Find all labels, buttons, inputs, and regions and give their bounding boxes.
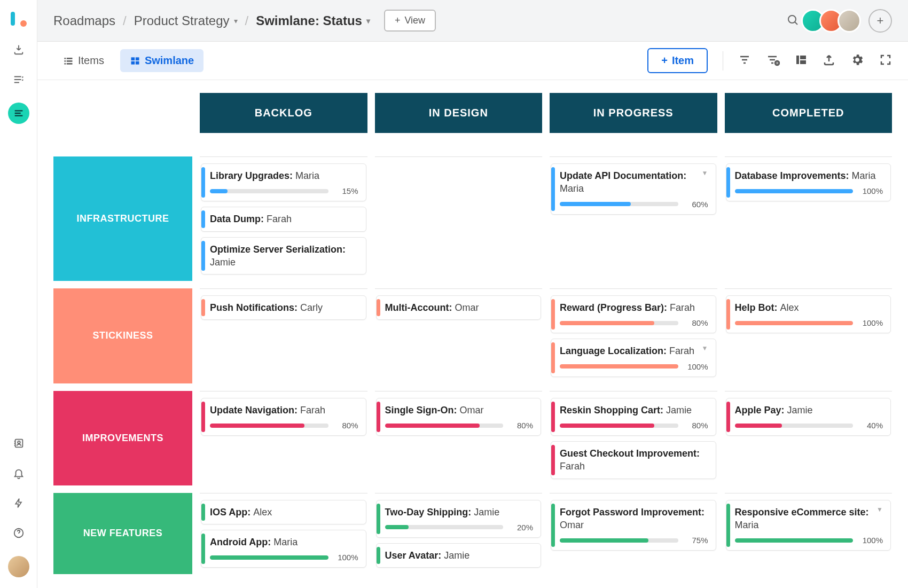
lane-cell[interactable]: Push Notifications: Carly [200, 288, 367, 383]
breadcrumb-view[interactable]: Swimlane: Status ▾ [256, 13, 370, 28]
card-stripe [377, 547, 380, 564]
card-menu-icon[interactable]: ▼ [702, 344, 708, 352]
lane-label[interactable]: IMPROVEMENTS [53, 391, 192, 485]
progress-bar: 60% [560, 200, 708, 209]
card-title: Language Localization: Farah [560, 344, 694, 357]
settings-icon[interactable] [850, 53, 864, 69]
tab-swimlane[interactable]: Swimlane [120, 49, 203, 72]
lane-cell[interactable] [375, 156, 543, 281]
card-title: Help Bot: Alex [735, 301, 799, 314]
lane-cell[interactable]: Multi-Account: Omar [375, 288, 543, 383]
svg-rect-12 [131, 61, 135, 64]
card[interactable]: Data Dump: Farah [201, 207, 366, 231]
avatar[interactable] [837, 9, 861, 33]
column-header: BACKLOG [200, 93, 367, 133]
bolt-icon[interactable] [12, 496, 26, 510]
svg-rect-7 [67, 58, 73, 59]
collaborator-avatars[interactable] [807, 9, 861, 33]
swimlane-nav-icon[interactable] [8, 103, 29, 124]
link-filter-icon[interactable] [766, 53, 780, 68]
contacts-icon[interactable] [12, 436, 26, 450]
lane-cell[interactable]: Update Navigation: Farah80% [200, 391, 367, 485]
card[interactable]: Push Notifications: Carly [201, 295, 366, 320]
swimlane-row: IMPROVEMENTSUpdate Navigation: Farah80%S… [53, 391, 892, 485]
add-item-button[interactable]: + Item [647, 48, 708, 73]
progress-percent: 80% [510, 421, 533, 430]
card[interactable]: Forgot Password Improvement: Omar75% [551, 500, 716, 551]
card[interactable]: Responsive eCommerce site: Maria▼100% [726, 500, 891, 551]
swimlane-row: NEW FEATURESIOS App: AlexAndroid App: Ma… [53, 493, 892, 575]
card[interactable]: Database Improvements: Maria100% [726, 163, 891, 201]
lane-cell[interactable]: Help Bot: Alex100% [725, 288, 893, 383]
svg-rect-13 [136, 61, 139, 64]
card[interactable]: IOS App: Alex [201, 500, 366, 524]
card-title: Apple Pay: Jamie [735, 404, 813, 417]
card[interactable]: Optimize Server Serialization: Jamie [201, 237, 366, 275]
fullscreen-icon[interactable] [879, 53, 892, 68]
card[interactable]: Update Navigation: Farah80% [201, 398, 366, 436]
card-stripe [551, 445, 555, 475]
columns-icon[interactable] [795, 53, 808, 68]
add-view-button[interactable]: + View [384, 10, 436, 32]
lane-cell[interactable]: Database Improvements: Maria100% [725, 156, 893, 281]
card-menu-icon[interactable]: ▼ [702, 169, 708, 177]
card[interactable]: Library Upgrades: Maria15% [201, 163, 366, 201]
import-icon[interactable] [12, 43, 26, 57]
lane-cell[interactable]: Reward (Progress Bar): Farah80%Language … [550, 288, 717, 383]
lane-cell[interactable]: Two-Day Shipping: Jamie20%User Avatar: J… [375, 493, 543, 575]
card[interactable]: User Avatar: Jamie [376, 543, 542, 568]
progress-bar: 100% [735, 186, 883, 195]
column-header: IN PROGRESS [550, 93, 717, 133]
swimlane-board: BACKLOG IN DESIGN IN PROGRESS COMPLETED … [37, 80, 908, 588]
card-title: Single Sign-On: Omar [385, 404, 484, 417]
lane-cell[interactable]: Library Upgrades: Maria15%Data Dump: Far… [200, 156, 367, 281]
lane-cell[interactable]: Apple Pay: Jamie40% [725, 391, 893, 485]
breadcrumb-root[interactable]: Roadmaps [53, 13, 115, 28]
column-header: COMPLETED [725, 93, 893, 133]
progress-percent: 100% [685, 362, 708, 371]
svg-rect-6 [65, 63, 66, 65]
card[interactable]: Reskin Shopping Cart: Jamie80% [551, 398, 716, 436]
lane-label[interactable]: STICKINESS [53, 288, 192, 383]
tab-items[interactable]: Items [53, 49, 114, 72]
card[interactable]: Apple Pay: Jamie40% [726, 398, 891, 436]
list-icon[interactable] [12, 73, 26, 87]
svg-rect-15 [796, 56, 799, 64]
export-icon[interactable] [823, 53, 835, 68]
lane-cell[interactable]: Reskin Shopping Cart: Jamie80%Guest Chec… [550, 391, 717, 485]
topbar: Roadmaps / Product Strategy ▾ / Swimlane… [37, 0, 908, 42]
card-title: Forgot Password Improvement: Omar [560, 506, 708, 532]
add-collaborator-button[interactable]: + [868, 9, 892, 33]
help-icon[interactable] [12, 526, 26, 540]
card-title: Library Upgrades: Maria [210, 169, 319, 182]
card[interactable]: Android App: Maria100% [201, 530, 366, 568]
search-icon[interactable] [786, 13, 799, 28]
progress-percent: 100% [859, 318, 883, 327]
card[interactable]: Guest Checkout Improvement: Farah [551, 441, 716, 479]
card[interactable]: Two-Day Shipping: Jamie20% [376, 500, 542, 538]
filter-icon[interactable] [738, 53, 751, 68]
progress-bar: 15% [210, 186, 358, 195]
card[interactable]: Help Bot: Alex100% [726, 295, 891, 333]
lane-cell[interactable]: Responsive eCommerce site: Maria▼100% [725, 493, 893, 575]
progress-bar: 40% [735, 421, 883, 430]
lane-cell[interactable]: IOS App: AlexAndroid App: Maria100% [200, 493, 367, 575]
current-user-avatar[interactable] [8, 556, 29, 577]
card[interactable]: Update API Documentation: Maria▼60% [551, 163, 716, 215]
card[interactable]: Language Localization: Farah▼100% [551, 339, 716, 377]
card-stripe [201, 504, 205, 521]
card-title: Database Improvements: Maria [735, 169, 876, 182]
card[interactable]: Multi-Account: Omar [376, 295, 542, 320]
card[interactable]: Reward (Progress Bar): Farah80% [551, 295, 716, 333]
breadcrumb-group[interactable]: Product Strategy ▾ [134, 13, 238, 28]
lane-cell[interactable]: Forgot Password Improvement: Omar75% [550, 493, 717, 575]
lane-cell[interactable]: Single Sign-On: Omar80% [375, 391, 543, 485]
card[interactable]: Single Sign-On: Omar80% [376, 398, 542, 436]
lane-cell[interactable]: Update API Documentation: Maria▼60% [550, 156, 717, 281]
progress-bar: 80% [385, 421, 534, 430]
svg-point-3 [788, 15, 796, 23]
card-menu-icon[interactable]: ▼ [876, 506, 883, 513]
notifications-icon[interactable] [12, 466, 26, 480]
lane-label[interactable]: NEW FEATURES [53, 493, 192, 575]
lane-label[interactable]: INFRASTRUCTURE [53, 156, 192, 281]
